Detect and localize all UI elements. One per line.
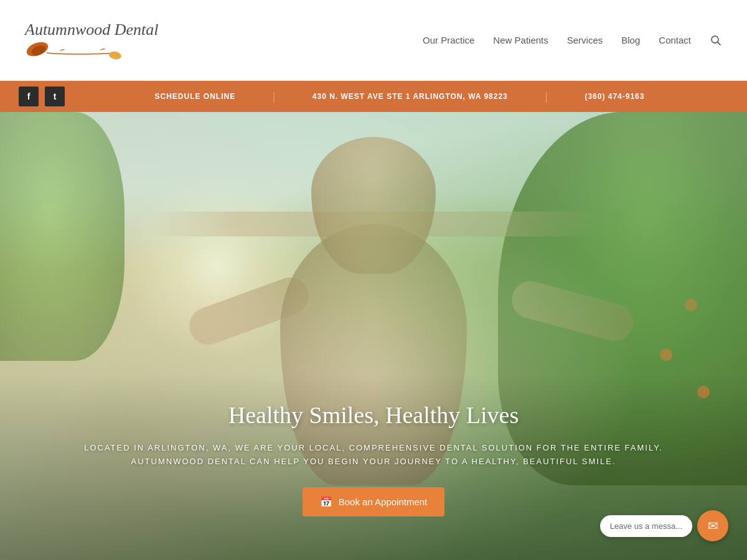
chat-button[interactable]: ✉	[697, 510, 728, 541]
hero-subtitle: LOCATED IN ARLINGTON, WA, WE ARE YOUR LO…	[50, 441, 697, 469]
book-btn-label: Book an Appointment	[339, 497, 428, 507]
bar-divider-2: |	[545, 90, 548, 103]
phone-link[interactable]: (360) 474-9163	[585, 92, 644, 101]
nav-item-contact[interactable]: Contact	[659, 35, 691, 45]
main-nav: Our Practice New Patients Services Blog …	[423, 34, 722, 47]
hero-title: Healthy Smiles, Healthy Lives	[50, 401, 697, 429]
bar-info: SCHEDULE ONLINE | 430 N. WEST AVE STE 1 …	[71, 90, 728, 103]
chat-icon: ✉	[708, 518, 718, 533]
nav-item-services[interactable]: Services	[567, 35, 603, 45]
search-icon[interactable]	[710, 34, 722, 47]
logo[interactable]: Autumnwood Dental	[25, 21, 159, 60]
header: Autumnwood Dental Our Practice New Patie…	[0, 0, 747, 81]
logo-icon	[25, 42, 125, 60]
hero-section: Healthy Smiles, Healthy Lives LOCATED IN…	[0, 112, 747, 560]
book-appointment-button[interactable]: 📅 Book an Appointment	[303, 487, 445, 516]
svg-line-4	[718, 42, 721, 45]
hero-content: Healthy Smiles, Healthy Lives LOCATED IN…	[0, 401, 747, 516]
schedule-online-link[interactable]: SCHEDULE ONLINE	[155, 92, 236, 101]
facebook-button[interactable]: f	[19, 86, 39, 106]
logo-text: Autumnwood Dental	[25, 21, 159, 39]
calendar-icon: 📅	[320, 496, 332, 508]
chat-bubble: Leave us a messa...	[600, 515, 692, 537]
info-bar: f t SCHEDULE ONLINE | 430 N. WEST AVE ST…	[0, 81, 747, 112]
nav-item-new-patients[interactable]: New Patients	[493, 35, 548, 45]
svg-point-2	[108, 50, 122, 60]
twitter-button[interactable]: t	[45, 86, 65, 106]
nav-item-blog[interactable]: Blog	[621, 35, 640, 45]
nav-item-our-practice[interactable]: Our Practice	[423, 35, 474, 45]
chat-widget: Leave us a messa... ✉	[600, 510, 728, 541]
bar-divider: |	[273, 90, 275, 103]
address-text: 430 N. WEST AVE STE 1 ARLINGTON, WA 9822…	[312, 92, 508, 101]
